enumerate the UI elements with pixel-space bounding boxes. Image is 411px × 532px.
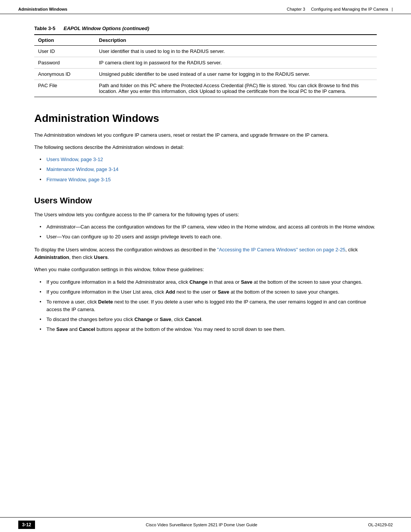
firmware-window-link[interactable]: Firmware Window, page 3-15 <box>46 177 111 182</box>
list-item-change-save: If you configure information in a field … <box>46 278 377 286</box>
list-item-cancel: To discard the changes before you click … <box>46 316 377 323</box>
table-row: Anonymous IDUnsigned public identifier t… <box>34 69 377 80</box>
users-window-para2: To display the Users window, access the … <box>34 246 377 261</box>
col-header-description: Description <box>95 35 377 46</box>
table-body: User IDUser identifier that is used to l… <box>34 46 377 97</box>
table-section: Table 3-5 EAPOL Window Options (continue… <box>34 26 377 97</box>
table-row: PasswordIP camera client log in password… <box>34 57 377 69</box>
accessing-link[interactable]: "Accessing the IP Camera Windows" sectio… <box>217 247 346 252</box>
bold-save4: Save <box>56 326 68 332</box>
table-cell-option: Anonymous ID <box>34 69 95 80</box>
table-caption: Table 3-5 EAPOL Window Options (continue… <box>34 26 377 31</box>
bold-save: Save <box>241 279 252 285</box>
header-section-label: Administration Windows <box>18 7 67 11</box>
table-title: EAPOL Window Options (continued) <box>64 26 149 31</box>
list-item-add-save: If you configure information in the User… <box>46 288 377 296</box>
table-row: PAC FilePath and folder on this PC where… <box>34 80 377 97</box>
table-cell-description: Unsigned public identifier to be used in… <box>95 69 377 80</box>
maintenance-window-link[interactable]: Maintenance Window, page 3-14 <box>46 166 118 172</box>
list-item: Firmware Window, page 3-15 <box>46 176 377 184</box>
footer-page-number: 3-12 <box>18 521 35 529</box>
footer-doc-title: Cisco Video Surveillance System 2621 IP … <box>35 522 368 527</box>
users-window-link[interactable]: Users Window, page 3-12 <box>46 157 103 162</box>
eapol-options-table: Option Description User IDUser identifie… <box>34 34 377 97</box>
para2-end: . <box>108 254 109 260</box>
header-chapter-label: Chapter 3 <box>287 7 305 11</box>
table-row: User IDUser identifier that is used to l… <box>34 46 377 57</box>
bold-save3: Save <box>160 316 171 322</box>
section-users-window: Users Window The Users window lets you c… <box>34 196 377 334</box>
bold-delete: Delete <box>98 299 113 305</box>
admin-windows-para2: The following sections describe the Admi… <box>34 144 377 151</box>
bold-change: Change <box>190 279 208 285</box>
table-cell-description: Path and folder on this PC where the Pro… <box>95 80 377 97</box>
list-item: Maintenance Window, page 3-14 <box>46 166 377 173</box>
para2-middle: , then click <box>69 254 94 260</box>
admin-windows-heading: Administration Windows <box>34 112 377 125</box>
table-number: Table 3-5 <box>34 26 55 31</box>
table-cell-option: Password <box>34 57 95 69</box>
table-cell-option: PAC File <box>34 80 95 97</box>
para2-bold1: Administration <box>34 254 69 260</box>
users-window-para3: When you make configuration settings in … <box>34 266 377 273</box>
list-item-user: User—You can configure up to 20 users an… <box>46 233 377 241</box>
users-window-para1: The Users window lets you configure acce… <box>34 211 377 219</box>
bold-cancel2: Cancel <box>79 326 95 332</box>
users-window-heading: Users Window <box>34 196 377 206</box>
para2-bold2: Users <box>94 254 108 260</box>
table-header-row: Option Description <box>34 35 377 46</box>
header-chapter-title: Configuring and Managing the IP Camera <box>311 7 388 11</box>
admin-windows-links-list: Users Window, page 3-12 Maintenance Wind… <box>34 156 377 183</box>
bold-cancel: Cancel <box>185 316 201 322</box>
users-guidelines-list: If you configure information in a field … <box>34 278 377 334</box>
header-right: Chapter 3 Configuring and Managing the I… <box>287 7 393 11</box>
bold-change2: Change <box>134 316 153 322</box>
list-item: Users Window, page 3-12 <box>46 156 377 163</box>
bold-add: Add <box>166 289 175 295</box>
users-type-list: Administrator—Can access the configurati… <box>34 223 377 241</box>
para2-suffix: , click <box>346 247 358 252</box>
list-item-delete: To remove a user, click Delete next to t… <box>46 298 377 313</box>
section-administration-windows: Administration Windows The Administratio… <box>34 112 377 184</box>
list-item-scroll: The Save and Cancel buttons appear at th… <box>46 326 377 333</box>
list-item-administrator: Administrator—Can access the configurati… <box>46 223 377 231</box>
table-cell-description: User identifier that is used to log in t… <box>95 46 377 57</box>
header-left-label: Administration Windows <box>18 7 67 11</box>
bold-save2: Save <box>218 289 229 295</box>
page-footer: 3-12 Cisco Video Surveillance System 262… <box>0 517 411 532</box>
footer-doc-number: OL-24129-02 <box>368 522 393 527</box>
para2-prefix: To display the Users window, access the … <box>34 247 217 252</box>
table-cell-description: IP camera client log in password for the… <box>95 57 377 69</box>
table-cell-option: User ID <box>34 46 95 57</box>
col-header-option: Option <box>34 35 95 46</box>
main-content: Table 3-5 EAPOL Window Options (continue… <box>0 26 411 361</box>
admin-windows-para1: The Administration windows let you confi… <box>34 131 377 139</box>
page-header: Administration Windows Chapter 3 Configu… <box>0 0 411 14</box>
